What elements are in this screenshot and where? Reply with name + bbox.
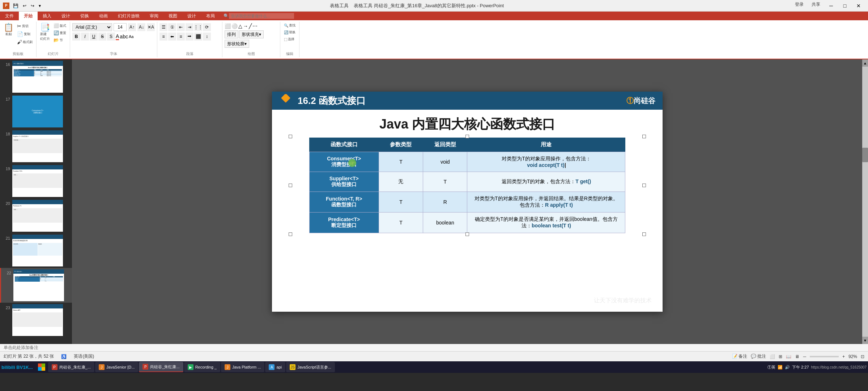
notes-area[interactable]: 单击此处添加备注 (0, 344, 868, 351)
font-name-select[interactable]: Arial (正文) (72, 23, 112, 31)
comments-button[interactable]: 💬 批注 (751, 353, 766, 360)
tab-table-design[interactable]: 设计 (182, 12, 201, 20)
slide-thumb-19[interactable]: 19 Function<T,R> 代码... (0, 164, 72, 198)
taskbar-item-ppt2[interactable]: P 尚硅谷_朱红康... (139, 362, 183, 372)
view-reading[interactable]: 📖 (786, 354, 791, 359)
minimize-button[interactable]: ─ (825, 1, 838, 11)
shape-more[interactable]: ⋯ (252, 23, 258, 29)
slide-thumb-20[interactable]: 20 Predicate<T> 代码... (0, 198, 72, 233)
zoom-in-button[interactable]: + (842, 354, 845, 359)
font-size-input[interactable] (114, 23, 127, 31)
paste-button[interactable]: 📋 粘贴 (2, 22, 15, 37)
canvas-area[interactable]: 16.2 函数式接口 ①尚硅谷 Java 内置四大核心函数式接口 (72, 59, 862, 344)
selection-handle-bl[interactable] (289, 232, 292, 236)
slide-thumb-23[interactable]: 23 Stream API (0, 303, 72, 337)
taskbar-item-recording[interactable]: ▶ Recording _ (184, 362, 220, 372)
tab-transitions[interactable]: 切换 (75, 12, 94, 20)
underline-button[interactable]: U (90, 33, 98, 41)
taskbar-item-api[interactable]: A api (265, 362, 285, 372)
share-button[interactable]: 共享 (808, 1, 824, 8)
align-center-button[interactable]: ≡ (177, 33, 185, 41)
tab-review[interactable]: 审阅 (145, 12, 163, 20)
redo-button[interactable]: ↪ (29, 3, 36, 9)
undo-button[interactable]: ↩ (21, 3, 28, 9)
font-case[interactable]: Aa (129, 34, 133, 39)
align-right-button[interactable]: ⮕ (186, 33, 193, 41)
font-size-decrease[interactable]: A↓ (137, 23, 145, 31)
increase-indent-button[interactable]: ⇥ (186, 23, 193, 31)
customize-button[interactable]: ▾ (37, 3, 42, 9)
view-normal[interactable]: ⬜ (770, 354, 775, 359)
new-slide-button[interactable]: 📑 新建幻灯片 (39, 22, 51, 42)
tab-slideshow[interactable]: 幻灯片放映 (113, 12, 145, 20)
taskbar-item-js[interactable]: JS JavaScript语言参... (286, 362, 335, 372)
format-painter-button[interactable]: 🖌格式刷 (16, 38, 34, 46)
cell-supplier-return[interactable]: T (423, 172, 467, 192)
selection-handle-tl[interactable] (289, 135, 292, 138)
justify-button[interactable]: ⬛ (194, 33, 202, 41)
login-button[interactable]: 登录 (791, 1, 807, 8)
align-text-button[interactable]: ≡ (159, 33, 167, 41)
layout-button[interactable]: ⬜版式 (52, 22, 68, 29)
taskbar-item-java1[interactable]: J JavaSenior [D... (95, 362, 138, 372)
cut-button[interactable]: ✂剪切 (16, 22, 34, 30)
tab-file[interactable]: 文件 (0, 12, 19, 20)
slide-thumb-18[interactable]: 18 Supplier<T> 供给型接口 代码示例... (0, 129, 72, 164)
taskbar-item-ppt1[interactable]: P 尚硅谷_朱红康_... (48, 362, 94, 372)
cell-predicate-return[interactable]: boolean (423, 213, 467, 233)
search-input[interactable] (229, 13, 294, 19)
start-button[interactable] (36, 362, 47, 372)
tab-design[interactable]: 设计 (56, 12, 75, 20)
shadow-button[interactable]: S (107, 33, 115, 41)
save-button[interactable]: 💾 (12, 3, 20, 9)
copy-button[interactable]: 📄复制 (16, 30, 34, 38)
columns-button[interactable]: ⋮⋮ (194, 23, 202, 31)
scroll-up-button[interactable]: ▲ (862, 59, 868, 67)
zoom-slider[interactable] (810, 356, 839, 357)
maximize-button[interactable]: □ (838, 1, 851, 11)
tab-insert[interactable]: 插入 (38, 12, 56, 20)
shape-arrow[interactable]: → (243, 23, 248, 29)
cell-consumer-param[interactable]: T (379, 152, 423, 172)
cell-predicate[interactable]: Predicate<T>断定型接口 (309, 213, 379, 233)
cell-function-param[interactable]: T (379, 192, 423, 213)
scrollbar-thumb[interactable] (862, 148, 868, 162)
bullets-button[interactable]: ☰ (159, 23, 167, 31)
notes-button[interactable]: 📝 备注 (732, 353, 747, 360)
fit-window-button[interactable]: ⊡ (861, 354, 864, 359)
align-left-button[interactable]: ⬅ (168, 33, 176, 41)
slide-thumb-21[interactable]: 21 方法引用与构造器引用 方法引用... 构造器... (0, 233, 72, 268)
clear-format-button[interactable]: ✕A (147, 23, 155, 31)
selection-handle-bc[interactable] (465, 232, 469, 236)
slide-thumb-16[interactable]: 16 16.2 函数式接口 Java 内置四大核心函数式接口 函数式接口参数返回… (0, 59, 72, 94)
bold-button[interactable]: B (72, 33, 80, 41)
italic-button[interactable]: I (81, 33, 89, 41)
line-spacing-button[interactable]: ↕ (203, 33, 211, 41)
font-color-picker[interactable]: A (116, 33, 119, 40)
shape-outline-button[interactable]: 形状轮廓▾ (225, 40, 249, 48)
tab-view[interactable]: 视图 (163, 12, 182, 20)
cell-function-return[interactable]: R (423, 192, 467, 213)
selection-handle-tc[interactable] (465, 135, 469, 138)
replace-button[interactable]: 🔄替换 (282, 29, 297, 35)
scroll-down-button[interactable]: ▼ (862, 337, 868, 344)
cell-supplier-param[interactable]: 无 (379, 172, 423, 192)
selection-handle-br[interactable] (642, 232, 646, 236)
reset-button[interactable]: 🔄重置 (52, 30, 68, 36)
cell-predicate-usage[interactable]: 确定类型为T的对象是否满足某约束，并返回boolean值。包含方法：boolea… (467, 213, 625, 233)
cell-supplier-usage[interactable]: 返回类型为T的对象，包含方法：T get() (467, 172, 625, 192)
selection-handle-tr[interactable] (642, 135, 646, 138)
cell-consumer-usage[interactable]: 对类型为T的对象应用操作，包含方法： void accept(T t) (467, 152, 625, 172)
vertical-scrollbar[interactable]: ▲ ▼ (862, 59, 868, 344)
cell-consumer-return[interactable]: void (423, 152, 467, 172)
cell-supplier[interactable]: Supplier<T>供给型接口 (309, 172, 379, 192)
text-direction-button[interactable]: ⟳ (203, 23, 211, 31)
slide-thumb-22[interactable]: 22 16.2 函数式接口 Java内置四大核心函数式接口 函数式接口参返用途 … (0, 268, 72, 303)
view-sorter[interactable]: ⊞ (779, 354, 782, 359)
cell-consumer[interactable]: Consumer<T>消费型接口 (309, 152, 379, 172)
network-icon[interactable]: 📶 (778, 365, 783, 370)
numbering-button[interactable]: ① (168, 23, 176, 31)
selection-handle-mr[interactable] (642, 184, 646, 187)
font-highlight[interactable]: abc (120, 34, 128, 39)
selection-handle-ml[interactable] (289, 184, 292, 187)
